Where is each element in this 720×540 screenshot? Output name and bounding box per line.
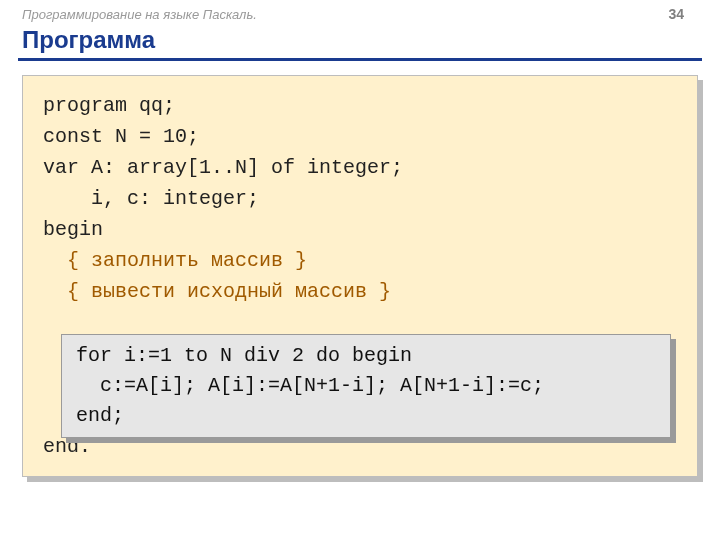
code-block-inner: for i:=1 to N div 2 do begin c:=A[i]; A[…	[61, 334, 671, 438]
code-line: program qq;	[43, 90, 681, 121]
header-bar: Программирование на языке Паскаль. 34	[0, 0, 720, 24]
inner-code-line: for i:=1 to N div 2 do begin	[76, 341, 658, 371]
page-title: Программа	[0, 24, 720, 58]
code-line: begin	[43, 214, 681, 245]
page-number: 34	[668, 6, 684, 22]
code-line: i, c: integer;	[43, 183, 681, 214]
breadcrumb: Программирование на языке Паскаль.	[22, 7, 257, 22]
code-comment: { вывести исходный массив }	[43, 276, 681, 307]
slide: Программирование на языке Паскаль. 34 Пр…	[0, 0, 720, 540]
code-line: var A: array[1..N] of integer;	[43, 152, 681, 183]
code-block-outer: program qq; const N = 10; var A: array[1…	[22, 75, 698, 477]
code-line: const N = 10;	[43, 121, 681, 152]
code-block-inner-outer: for i:=1 to N div 2 do begin c:=A[i]; A[…	[61, 334, 671, 438]
code-comment: { заполнить массив }	[43, 245, 681, 276]
inner-code-line: c:=A[i]; A[i]:=A[N+1-i]; A[N+1-i]:=c;	[76, 371, 658, 401]
title-underline	[18, 58, 702, 61]
inner-code-line: end;	[76, 401, 658, 431]
code-block-main: program qq; const N = 10; var A: array[1…	[22, 75, 698, 477]
